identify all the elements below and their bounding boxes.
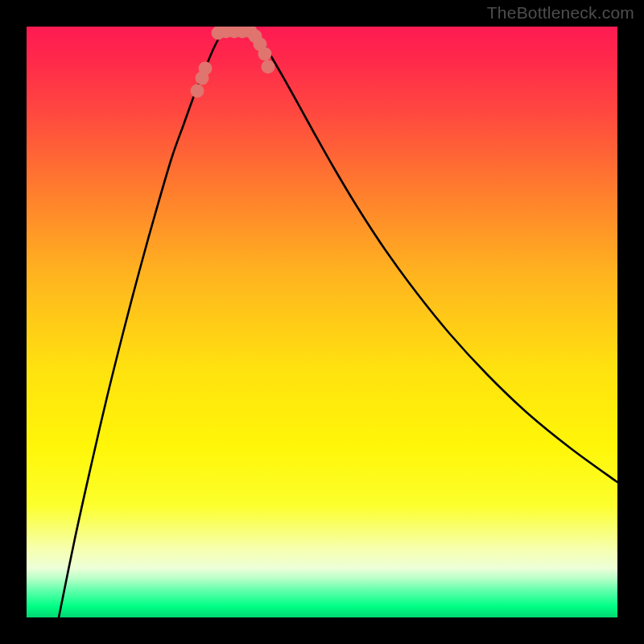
plot-area	[27, 27, 617, 617]
curve-right-branch	[255, 31, 617, 482]
trough-markers	[191, 27, 275, 98]
trough-marker	[191, 85, 204, 98]
chart-frame: TheBottleneck.com	[0, 0, 644, 644]
curve-group	[59, 31, 617, 617]
watermark-text: TheBottleneck.com	[487, 3, 634, 23]
trough-marker	[262, 60, 275, 74]
trough-marker	[258, 47, 272, 61]
curve-left-branch	[59, 31, 223, 617]
chart-svg	[27, 27, 617, 617]
trough-marker	[199, 62, 213, 76]
